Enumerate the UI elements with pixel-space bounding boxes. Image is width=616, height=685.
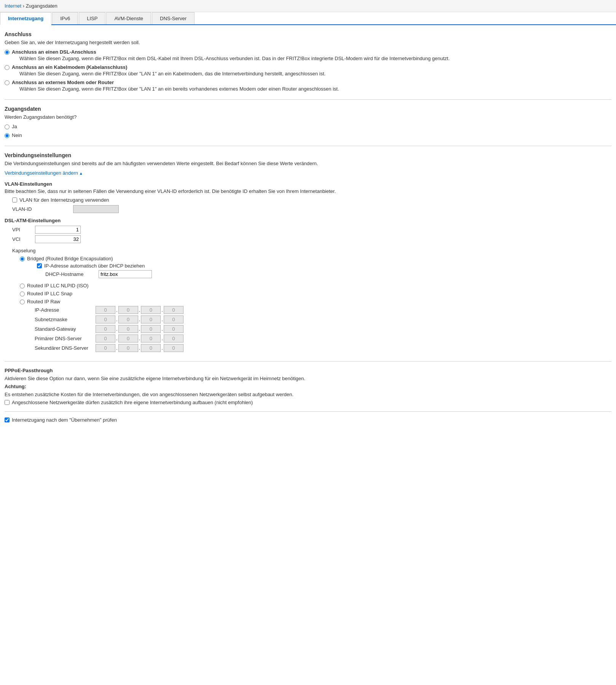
- gateway-input-4[interactable]: [164, 325, 184, 333]
- tab-ipv6[interactable]: IPv6: [52, 12, 78, 24]
- dhcp-hostname-label: DHCP-Hostname: [45, 271, 99, 277]
- zugangsdaten-title: Zugangsdaten: [5, 106, 611, 112]
- tab-internetzugang[interactable]: Internetzugang: [0, 12, 51, 25]
- vlan-desc: Bitte beachten Sie, dass nur in seltenen…: [5, 188, 611, 194]
- subnet-input-2[interactable]: [118, 315, 138, 323]
- dns-primary-input-3[interactable]: [141, 335, 161, 342]
- pppoe-checkbox[interactable]: [5, 400, 10, 405]
- gateway-input-1[interactable]: [96, 325, 115, 333]
- kapselung-radio-snap[interactable]: [20, 292, 25, 296]
- anschluss-option-dsl: Anschluss an einen DSL-Anschluss Wählen …: [5, 49, 611, 61]
- vci-label: VCI: [12, 236, 35, 242]
- divider-2: [5, 146, 611, 146]
- gateway-input-3[interactable]: [141, 325, 161, 333]
- kapselung-label-nlpid: Routed IP LLC NLPID (ISO): [27, 283, 89, 288]
- dhcp-checkbox[interactable]: [37, 263, 42, 268]
- anschluss-radio-dsl[interactable]: [5, 50, 10, 55]
- kapselung-option-snap: Routed IP LLC Snap: [20, 291, 611, 296]
- verbindungseinstellungen-link[interactable]: Verbindungseinstellungen ändern: [5, 170, 83, 176]
- dns-secondary-input-2[interactable]: [118, 344, 138, 352]
- kapselung-radio-bridged[interactable]: [20, 256, 25, 261]
- vlan-checkbox[interactable]: [12, 198, 17, 202]
- pppoe-warning: Achtung:: [5, 384, 611, 389]
- dhcp-hostname-input[interactable]: [99, 270, 152, 278]
- ip-adresse-label: IP-Adresse: [35, 307, 96, 313]
- dns-primary-input-1[interactable]: [96, 335, 115, 342]
- zugangsdaten-radio-ja[interactable]: [5, 124, 10, 129]
- ip-input-1[interactable]: [96, 306, 115, 314]
- kapselung-label-bridged: Bridged (Routed Bridge Encapsulation): [27, 256, 113, 261]
- anschluss-section: Anschluss Geben Sie an, wie der Internet…: [5, 31, 611, 92]
- routed-raw-ip-section: IP-Adresse . . .: [35, 306, 184, 352]
- kapselung-radio-nlpid[interactable]: [20, 284, 25, 288]
- gateway-inputs: . . .: [96, 325, 184, 333]
- subnet-inputs: . . .: [96, 315, 184, 323]
- gateway-input-2[interactable]: [118, 325, 138, 333]
- verbindungseinstellungen-title: Verbindungseinstellungen: [5, 152, 611, 158]
- subnet-row: Subnetzmaske . . .: [35, 315, 184, 323]
- anschluss-radio-kabel[interactable]: [5, 65, 10, 70]
- subnet-input-1[interactable]: [96, 315, 115, 323]
- bottom-checkbox[interactable]: [5, 417, 10, 422]
- dns-primary-input-2[interactable]: [118, 335, 138, 342]
- ip-adresse-inputs: . . .: [96, 306, 184, 314]
- zugangsdaten-option-ja: Ja: [5, 124, 611, 129]
- pppoe-warning-label: Achtung:: [5, 384, 26, 389]
- vpi-label: VPI: [12, 227, 35, 233]
- anschluss-title: Anschluss: [5, 31, 611, 37]
- vlan-checkbox-label: VLAN für den Internetzugang verwenden: [19, 197, 109, 203]
- anschluss-desc-kabel: Wählen Sie diesen Zugang, wenn die FRITZ…: [19, 71, 326, 76]
- ip-input-2[interactable]: [118, 306, 138, 314]
- tab-dns-server[interactable]: DNS-Server: [152, 12, 195, 24]
- dns-secondary-row: Sekundärer DNS-Server . . .: [35, 344, 184, 352]
- vpi-input[interactable]: 1: [35, 226, 81, 234]
- kapselung-label-raw: Routed IP Raw: [27, 299, 60, 304]
- anschluss-radio-modem[interactable]: [5, 80, 10, 85]
- breadcrumb-parent[interactable]: Internet: [5, 3, 21, 9]
- dns-secondary-input-1[interactable]: [96, 344, 115, 352]
- dsl-atm-section: DSL-ATM-Einstellungen VPI 1 VCI 32: [5, 218, 611, 243]
- tab-lisp[interactable]: LISP: [79, 12, 105, 24]
- anschluss-label-kabel: Anschluss an ein Kabelmodem (Kabelanschl…: [12, 64, 127, 70]
- tab-avm-dienste[interactable]: AVM-Dienste: [106, 12, 151, 24]
- ip-input-4[interactable]: [164, 306, 184, 314]
- dns-secondary-input-4[interactable]: [164, 344, 184, 352]
- gateway-label: Standard-Gateway: [35, 326, 96, 332]
- dns-secondary-input-3[interactable]: [141, 344, 161, 352]
- ip-input-3[interactable]: [141, 306, 161, 314]
- anschluss-option-modem: Anschluss an externes Modem oder Router …: [5, 80, 611, 92]
- kapselung-option-bridged: Bridged (Routed Bridge Encapsulation) IP…: [20, 256, 611, 280]
- kapselung-option-raw: Routed IP Raw IP-Adresse . .: [20, 299, 611, 354]
- dns-primary-row: Primärer DNS-Server . . .: [35, 335, 184, 342]
- anschluss-label-modem: Anschluss an externes Modem oder Router: [12, 80, 114, 85]
- dns-primary-input-4[interactable]: [164, 335, 184, 342]
- kapselung-radio-raw[interactable]: [20, 299, 25, 304]
- main-content: Anschluss Geben Sie an, wie der Internet…: [0, 25, 616, 429]
- pppoe-checkbox-label: Angeschlossene Netzwerkgeräte dürfen zus…: [12, 400, 253, 405]
- kapselung-label-snap: Routed IP LLC Snap: [27, 291, 72, 296]
- dhcp-checkbox-row: IP-Adresse automatisch über DHCP beziehe…: [37, 263, 152, 269]
- zugangsdaten-section: Zugangsdaten Werden Zugangsdaten benötig…: [5, 106, 611, 138]
- kapselung-option-nlpid: Routed IP LLC NLPID (ISO): [20, 283, 611, 288]
- vlan-id-input[interactable]: [73, 205, 119, 213]
- subnet-input-3[interactable]: [141, 315, 161, 323]
- dns-secondary-label: Sekundärer DNS-Server: [35, 345, 96, 351]
- subnet-input-4[interactable]: [164, 315, 184, 323]
- anschluss-desc-dsl: Wählen Sie diesen Zugang, wenn die FRITZ…: [19, 56, 450, 61]
- breadcrumb: Internet › Zugangsdaten: [0, 0, 616, 12]
- pppoe-section: PPPoE-Passthrough Aktivieren Sie diese O…: [5, 368, 611, 405]
- zugangsdaten-option-nein: Nein: [5, 132, 611, 138]
- pppoe-checkbox-row: Angeschlossene Netzwerkgeräte dürfen zus…: [5, 400, 611, 405]
- dns-secondary-inputs: . . .: [96, 344, 184, 352]
- vci-input[interactable]: 32: [35, 235, 81, 243]
- anschluss-option-kabel: Anschluss an ein Kabelmodem (Kabelanschl…: [5, 64, 611, 76]
- verbindungseinstellungen-section: Verbindungseinstellungen Die Verbindungs…: [5, 152, 611, 354]
- kapselung-title: Kapselung: [12, 248, 611, 253]
- tab-bar: Internetzugang IPv6 LISP AVM-Dienste DNS…: [0, 12, 616, 25]
- vci-row: VCI 32: [12, 235, 611, 243]
- anschluss-desc: Geben Sie an, wie der Internetzugang her…: [5, 40, 611, 45]
- vlan-id-row: VLAN-ID: [12, 205, 611, 213]
- pppoe-desc: Aktivieren Sie diese Option nur dann, we…: [5, 376, 611, 381]
- zugangsdaten-radio-nein[interactable]: [5, 133, 10, 138]
- verbindungseinstellungen-desc: Die Verbindungseinstellungen sind bereit…: [5, 161, 611, 166]
